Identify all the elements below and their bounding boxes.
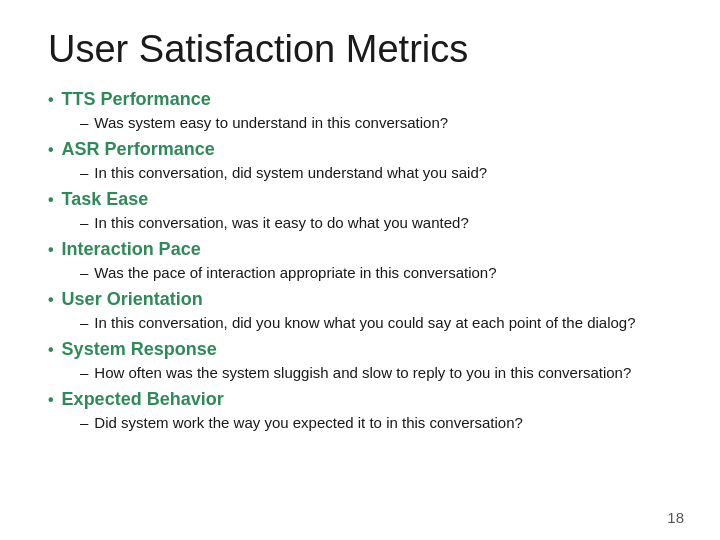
item-label: Expected Behavior [62,389,224,410]
bullet-icon: • [48,341,54,359]
main-item-expected: • Expected Behavior [48,389,672,410]
sub-item-asr: – In this conversation, did system under… [48,162,672,183]
dash-icon: – [80,262,88,283]
sub-item-task: – In this conversation, was it easy to d… [48,212,672,233]
list-item: • Interaction Pace – Was the pace of int… [48,239,672,283]
main-item-pace: • Interaction Pace [48,239,672,260]
main-item-tts: • TTS Performance [48,89,672,110]
sub-text: In this conversation, did you know what … [94,312,635,333]
sub-item-system: – How often was the system sluggish and … [48,362,672,383]
main-item-task: • Task Ease [48,189,672,210]
list-item: • TTS Performance – Was system easy to u… [48,89,672,133]
sub-text: Was system easy to understand in this co… [94,112,448,133]
list-item: • User Orientation – In this conversatio… [48,289,672,333]
main-item-system: • System Response [48,339,672,360]
sub-text: Did system work the way you expected it … [94,412,523,433]
sub-item-orientation: – In this conversation, did you know wha… [48,312,672,333]
bullet-icon: • [48,91,54,109]
item-label: TTS Performance [62,89,211,110]
bullet-icon: • [48,141,54,159]
sub-text: How often was the system sluggish and sl… [94,362,631,383]
dash-icon: – [80,412,88,433]
sub-text: Was the pace of interaction appropriate … [94,262,496,283]
sub-item-tts: – Was system easy to understand in this … [48,112,672,133]
list-item: • Task Ease – In this conversation, was … [48,189,672,233]
page-number: 18 [667,509,684,526]
list-item: • System Response – How often was the sy… [48,339,672,383]
main-item-asr: • ASR Performance [48,139,672,160]
dash-icon: – [80,112,88,133]
bullet-icon: • [48,241,54,259]
item-label: User Orientation [62,289,203,310]
item-label: ASR Performance [62,139,215,160]
sub-item-pace: – Was the pace of interaction appropriat… [48,262,672,283]
slide: User Satisfaction Metrics • TTS Performa… [0,0,720,540]
item-label: Interaction Pace [62,239,201,260]
list-item: • Expected Behavior – Did system work th… [48,389,672,433]
bullet-icon: • [48,191,54,209]
item-label: System Response [62,339,217,360]
content-list: • TTS Performance – Was system easy to u… [48,89,672,433]
sub-text: In this conversation, did system underst… [94,162,487,183]
slide-title: User Satisfaction Metrics [48,28,672,71]
sub-item-expected: – Did system work the way you expected i… [48,412,672,433]
dash-icon: – [80,162,88,183]
dash-icon: – [80,362,88,383]
sub-text: In this conversation, was it easy to do … [94,212,468,233]
dash-icon: – [80,212,88,233]
bullet-icon: • [48,291,54,309]
main-item-orientation: • User Orientation [48,289,672,310]
list-item: • ASR Performance – In this conversation… [48,139,672,183]
item-label: Task Ease [62,189,149,210]
dash-icon: – [80,312,88,333]
bullet-icon: • [48,391,54,409]
